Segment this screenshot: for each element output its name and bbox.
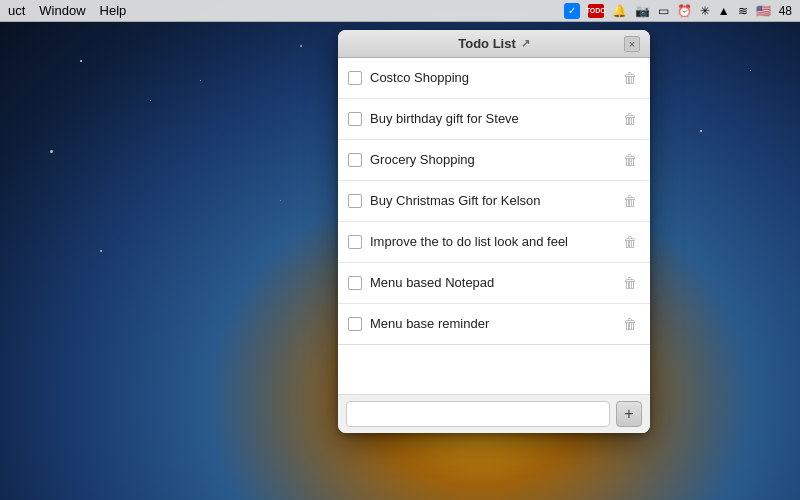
todo-text-7: Menu base reminder (370, 316, 620, 333)
todo-empty-area (338, 345, 650, 395)
desktop: uct Window Help ✓ TODO 🔔 📷 ▭ ⏰ ✳ ▲ ≋ 🇺🇸 … (0, 0, 800, 500)
delete-todo-button-4[interactable] (620, 189, 640, 213)
flag-icon: 🇺🇸 (756, 4, 771, 18)
close-button[interactable]: × (624, 36, 640, 52)
delete-todo-button-5[interactable] (620, 230, 640, 254)
checkmark-badge-icon: ✓ (564, 3, 580, 19)
todo-list: Costco ShoppingBuy birthday gift for Ste… (338, 58, 650, 345)
menubar: uct Window Help ✓ TODO 🔔 📷 ▭ ⏰ ✳ ▲ ≋ 🇺🇸 … (0, 0, 800, 22)
window-title-area: Todo List ↗ (458, 36, 530, 51)
todo-item: Improve the to do list look and feel (338, 222, 650, 263)
menubar-right: ✓ TODO 🔔 📷 ▭ ⏰ ✳ ▲ ≋ 🇺🇸 48 (564, 3, 792, 19)
signal-icon: ▲ (718, 4, 730, 18)
delete-todo-button-6[interactable] (620, 271, 640, 295)
todo-text-5: Improve the to do list look and feel (370, 234, 620, 251)
todo-text-6: Menu based Notepad (370, 275, 620, 292)
wifi-icon: ≋ (738, 4, 748, 18)
delete-todo-button-7[interactable] (620, 312, 640, 336)
todo-checkbox-7[interactable] (348, 317, 362, 331)
trash-icon (623, 69, 637, 87)
delete-todo-button-3[interactable] (620, 148, 640, 172)
trash-icon (623, 110, 637, 128)
time-display: 48 (779, 4, 792, 18)
todo-checkbox-1[interactable] (348, 71, 362, 85)
todo-checkbox-6[interactable] (348, 276, 362, 290)
trash-icon (623, 151, 637, 169)
airplay-icon: ▭ (658, 4, 669, 18)
external-link-icon[interactable]: ↗ (521, 37, 530, 50)
delete-todo-button-2[interactable] (620, 107, 640, 131)
trash-icon (623, 233, 637, 251)
todo-checkbox-4[interactable] (348, 194, 362, 208)
trash-icon (623, 315, 637, 333)
menu-item-help[interactable]: Help (100, 3, 127, 18)
todo-text-1: Costco Shopping (370, 70, 620, 87)
todo-item: Costco Shopping (338, 58, 650, 99)
camera-icon: 📷 (635, 4, 650, 18)
menu-item-app[interactable]: uct (8, 3, 25, 18)
title-bar: Todo List ↗ × (338, 30, 650, 58)
todo-item: Menu base reminder (338, 304, 650, 344)
trash-icon (623, 274, 637, 292)
todo-text-4: Buy Christmas Gift for Kelson (370, 193, 620, 210)
todo-checkbox-2[interactable] (348, 112, 362, 126)
todo-window: Todo List ↗ × Costco ShoppingBuy birthda… (338, 30, 650, 433)
add-todo-button[interactable]: + (616, 401, 642, 427)
todo-app-icon: TODO (588, 4, 604, 18)
trash-icon (623, 192, 637, 210)
todo-text-2: Buy birthday gift for Steve (370, 111, 620, 128)
todo-item: Buy Christmas Gift for Kelson (338, 181, 650, 222)
bluetooth-icon: ✳ (700, 4, 710, 18)
todo-text-3: Grocery Shopping (370, 152, 620, 169)
todo-checkbox-3[interactable] (348, 153, 362, 167)
clock-icon: ⏰ (677, 4, 692, 18)
window-title: Todo List (458, 36, 516, 51)
menubar-left: uct Window Help (8, 3, 126, 18)
delete-todo-button-1[interactable] (620, 66, 640, 90)
todo-input-area: + (338, 395, 650, 433)
menu-item-window[interactable]: Window (39, 3, 85, 18)
bell-icon: 🔔 (612, 4, 627, 18)
new-todo-input[interactable] (346, 401, 610, 427)
todo-item: Buy birthday gift for Steve (338, 99, 650, 140)
todo-checkbox-5[interactable] (348, 235, 362, 249)
todo-item: Grocery Shopping (338, 140, 650, 181)
todo-item: Menu based Notepad (338, 263, 650, 304)
